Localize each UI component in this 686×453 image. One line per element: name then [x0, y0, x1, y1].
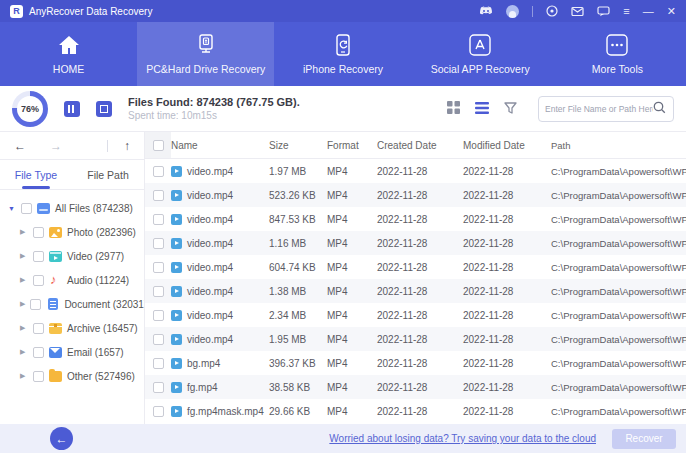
file-size: 396.37 KB — [269, 358, 327, 369]
row-checkbox[interactable] — [153, 382, 164, 393]
table-row[interactable]: video.mp41.16 MBMP42022-11-282022-11-28C… — [145, 231, 686, 255]
table-row[interactable]: video.mp4523.26 KBMP42022-11-282022-11-2… — [145, 183, 686, 207]
tab-more-tools[interactable]: More Tools — [549, 22, 686, 86]
tree-item-archive[interactable]: ▶Archive (16457) — [0, 316, 144, 340]
tree-checkbox[interactable] — [33, 275, 44, 286]
table-row[interactable]: bg.mp4396.37 KBMP42022-11-282022-11-28C:… — [145, 351, 686, 375]
table-row[interactable]: fg.mp4mask.mp429.66 KBMP42022-11-282022-… — [145, 399, 686, 423]
file-name: fg.mp4mask.mp4 — [187, 406, 264, 417]
close-icon[interactable]: ✕ — [667, 6, 676, 17]
filter-icon[interactable] — [504, 100, 517, 118]
table-row[interactable]: video.mp41.97 MBMP42022-11-282022-11-28C… — [145, 159, 686, 183]
feedback-chat-icon[interactable] — [597, 6, 610, 17]
table-row[interactable]: video.mp4604.74 KBMP42022-11-282022-11-2… — [145, 255, 686, 279]
row-checkbox[interactable] — [153, 262, 164, 273]
back-button[interactable]: ← — [50, 427, 73, 450]
select-all-checkbox[interactable] — [153, 140, 164, 151]
tree-checkbox[interactable] — [21, 203, 32, 214]
video-file-icon — [171, 238, 182, 249]
tree-checkbox[interactable] — [33, 251, 44, 262]
tab-pc-hard-drive-recovery[interactable]: PC&Hard Drive Recovery — [137, 22, 274, 86]
caret-down-icon[interactable]: ▼ — [8, 205, 16, 212]
tree-item-other[interactable]: ▶Other (527496) — [0, 364, 144, 388]
tree-checkbox[interactable] — [33, 227, 44, 238]
nav-label: HOME — [53, 63, 85, 75]
search-box — [538, 96, 674, 122]
discord-icon[interactable] — [479, 6, 493, 16]
row-checkbox[interactable] — [153, 286, 164, 297]
tree-checkbox[interactable] — [33, 347, 44, 358]
tree-item-audio[interactable]: ▶Audio (11224) — [0, 268, 144, 292]
tab-file-path[interactable]: File Path — [72, 160, 144, 189]
caret-right-icon[interactable]: ▶ — [20, 372, 28, 380]
tree-item-video[interactable]: ▶Video (2977) — [0, 244, 144, 268]
table-row[interactable]: video.mp41.38 MBMP42022-11-282022-11-28C… — [145, 279, 686, 303]
row-checkbox[interactable] — [153, 190, 164, 201]
recover-button[interactable]: Recover — [612, 429, 676, 449]
search-input[interactable] — [545, 104, 653, 114]
cloud-save-link[interactable]: Worried about losing data? Try saving yo… — [329, 433, 596, 444]
file-name: fg.mp4 — [187, 382, 218, 393]
caret-right-icon[interactable]: ▶ — [20, 228, 28, 236]
app-logo-icon: R — [10, 5, 23, 18]
column-modified-date[interactable]: Modified Date — [463, 140, 551, 151]
forward-arrow-icon[interactable]: → — [50, 139, 62, 153]
caret-right-icon[interactable]: ▶ — [20, 324, 28, 332]
table-row[interactable]: video.mp41.95 MBMP42022-11-282022-11-28C… — [145, 327, 686, 351]
row-checkbox[interactable] — [153, 214, 164, 225]
file-modified-date: 2022-11-28 — [463, 262, 551, 273]
table-row[interactable]: video.mp4847.53 KBMP42022-11-282022-11-2… — [145, 207, 686, 231]
row-checkbox[interactable] — [153, 406, 164, 417]
tree-item-email[interactable]: ▶Email (1657) — [0, 340, 144, 364]
row-checkbox[interactable] — [153, 238, 164, 249]
files-found-text: Files Found: 874238 (767.75 GB). — [128, 96, 300, 108]
pause-button[interactable] — [64, 101, 80, 117]
menu-icon[interactable]: ≡ — [623, 6, 629, 17]
row-checkbox[interactable] — [153, 334, 164, 345]
grid-view-icon[interactable] — [447, 100, 460, 118]
caret-right-icon[interactable]: ▶ — [20, 252, 28, 260]
tab-iphone-recovery[interactable]: iPhone Recovery — [274, 22, 411, 86]
caret-right-icon[interactable]: ▶ — [20, 276, 28, 284]
scan-progress-ring: 76% — [12, 91, 48, 127]
tree-checkbox[interactable] — [33, 323, 44, 334]
tab-file-type[interactable]: File Type — [0, 160, 72, 189]
titlebar: R AnyRecover Data Recovery ≡ — ✕ — [0, 0, 686, 22]
table-row[interactable]: video.mp42.34 MBMP42022-11-282022-11-28C… — [145, 303, 686, 327]
tree-item-all-files[interactable]: ▼All Files (874238) — [0, 196, 144, 220]
back-arrow-icon[interactable]: ← — [14, 139, 26, 153]
tree-checkbox[interactable] — [30, 299, 41, 310]
tab-home[interactable]: HOME — [0, 22, 137, 86]
file-created-date: 2022-11-28 — [377, 166, 463, 177]
footer: ← Worried about losing data? Try saving … — [0, 424, 686, 453]
tree-item-document[interactable]: ▶Document (32031) — [0, 292, 144, 316]
table-row[interactable]: fg.mp438.58 KBMP42022-11-282022-11-28C:\… — [145, 375, 686, 399]
column-format[interactable]: Format — [327, 140, 377, 151]
column-name[interactable]: Name — [171, 140, 269, 151]
up-arrow-icon[interactable]: ↑ — [124, 139, 130, 153]
column-path[interactable]: Path — [551, 140, 686, 151]
tree-checkbox[interactable] — [33, 371, 44, 382]
row-checkbox[interactable] — [153, 358, 164, 369]
settings-icon[interactable] — [546, 5, 558, 17]
video-file-icon — [171, 334, 182, 345]
caret-right-icon[interactable]: ▶ — [20, 300, 25, 308]
tree-item-photo[interactable]: ▶Photo (282396) — [0, 220, 144, 244]
stop-button[interactable] — [96, 101, 112, 117]
file-path: C:\ProgramData\Apowersoft\WP... — [551, 358, 686, 369]
file-name: video.mp4 — [187, 286, 233, 297]
search-icon[interactable] — [653, 100, 666, 118]
nav-label: iPhone Recovery — [303, 63, 383, 75]
column-size[interactable]: Size — [269, 140, 327, 151]
file-format: MP4 — [327, 214, 377, 225]
mail-icon[interactable] — [571, 6, 584, 17]
list-view-icon[interactable] — [475, 100, 489, 118]
row-checkbox[interactable] — [153, 166, 164, 177]
minimize-icon[interactable]: — — [643, 6, 654, 17]
user-avatar[interactable] — [506, 5, 519, 18]
caret-right-icon[interactable]: ▶ — [20, 348, 28, 356]
video-file-icon — [171, 310, 182, 321]
tab-social-app-recovery[interactable]: Social APP Recovery — [412, 22, 549, 86]
column-created-date[interactable]: Created Date — [377, 140, 463, 151]
row-checkbox[interactable] — [153, 310, 164, 321]
